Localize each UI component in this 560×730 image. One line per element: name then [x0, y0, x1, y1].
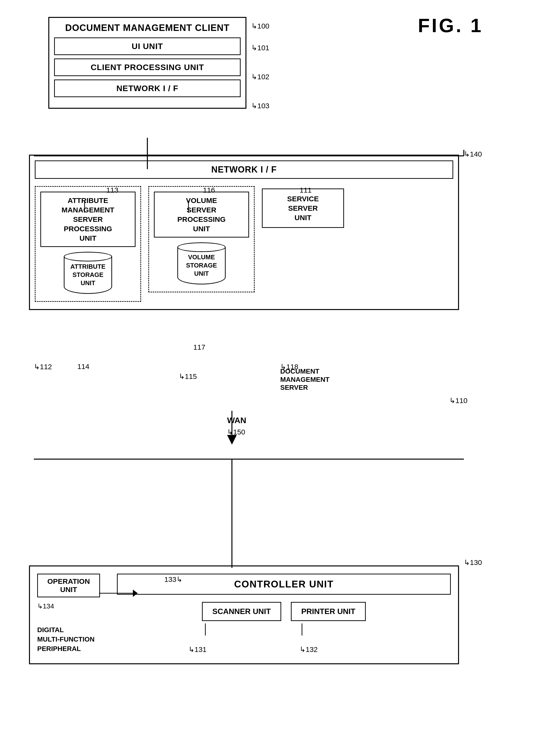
vol-storage-cylinder: VOLUMESTORAGE UNIT	[154, 242, 249, 284]
ref-134: ↳134	[37, 602, 110, 610]
fig-label: FIG. 1	[418, 14, 483, 37]
ref-111: 111	[300, 186, 312, 194]
ref-140: ↳140	[464, 150, 482, 158]
ref-114: 114	[77, 362, 89, 371]
ref-117: 117	[193, 343, 205, 351]
ref-101: ↳101	[251, 43, 269, 52]
dmfp-inner-row: OPERATION UNIT ↳134 DIGITALMULTI-FUNCTIO…	[37, 574, 451, 654]
vol-server-unit: VOLUMESERVERPROCESSINGUNIT VOLUMESTORAGE…	[148, 186, 255, 292]
scanner-printer-row: SCANNER UNIT PRINTER UNIT	[117, 602, 451, 621]
attr-cylinder-body: ATTRIBUTESTORAGE UNIT	[64, 257, 112, 294]
attr-cylinder-top	[64, 252, 112, 261]
ref-113: 113	[106, 186, 118, 194]
ui-unit-box: UI UNIT	[54, 37, 241, 55]
ref-133: 133↳	[164, 575, 182, 584]
network-if-box-client: NETWORK I / F	[54, 80, 241, 97]
dmfp-left: OPERATION UNIT ↳134 DIGITALMULTI-FUNCTIO…	[37, 574, 110, 654]
ref-132: ↳132	[300, 645, 318, 654]
ref-102: ↳102	[251, 72, 269, 81]
client-processing-unit-box: CLIENT PROCESSING UNIT	[54, 58, 241, 76]
ref-100: ↳100	[251, 22, 269, 30]
scanner-unit-box: SCANNER UNIT	[202, 602, 281, 621]
dmc-title: DOCUMENT MANAGEMENT CLIENT	[54, 23, 241, 33]
printer-unit-box: PRINTER UNIT	[291, 602, 366, 621]
wan-label: WAN	[227, 416, 246, 425]
ref-116: 116	[203, 186, 215, 194]
ref-115: ↳115	[179, 372, 197, 381]
attr-storage-cylinder: ATTRIBUTESTORAGE UNIT	[40, 252, 136, 294]
service-server-unit: SERVICESERVERUNIT	[262, 188, 344, 228]
ref-110: ↳110	[449, 396, 467, 405]
ref-103: ↳103	[251, 101, 269, 110]
vol-cylinder-top	[177, 242, 226, 252]
dms-label: DOCUMENTMANAGEMENTSERVER	[280, 367, 330, 392]
svg-marker-9	[227, 435, 237, 445]
attr-server-unit: ATTRIBUTEMANAGEMENTSERVERPROCESSINGUNIT …	[35, 186, 141, 302]
vol-cylinder-body: VOLUMESTORAGE UNIT	[177, 247, 226, 284]
attr-server-processing: ATTRIBUTEMANAGEMENTSERVERPROCESSINGUNIT	[40, 192, 136, 247]
dms-network-if: NETWORK I / F	[35, 160, 453, 179]
dms-inner-row: ATTRIBUTEMANAGEMENTSERVERPROCESSINGUNIT …	[35, 186, 453, 302]
vol-server-processing: VOLUMESERVERPROCESSINGUNIT	[154, 192, 249, 238]
ref-150: ↳150	[227, 428, 245, 436]
dms-outer-box: NETWORK I / F ATTRIBUTEMANAGEMENTSERVERP…	[29, 155, 459, 310]
ref-130: ↳130	[464, 558, 482, 567]
operation-unit-box: OPERATION UNIT	[37, 574, 100, 597]
ref-112: ↳112	[34, 362, 52, 371]
dmc-box: DOCUMENT MANAGEMENT CLIENT UI UNIT CLIEN…	[48, 17, 246, 109]
dmfp-label: DIGITALMULTI-FUNCTIONPERIPHERAL	[37, 625, 110, 654]
dmfp-outer-box: OPERATION UNIT ↳134 DIGITALMULTI-FUNCTIO…	[29, 565, 459, 664]
ref-131: ↳131	[188, 645, 207, 654]
